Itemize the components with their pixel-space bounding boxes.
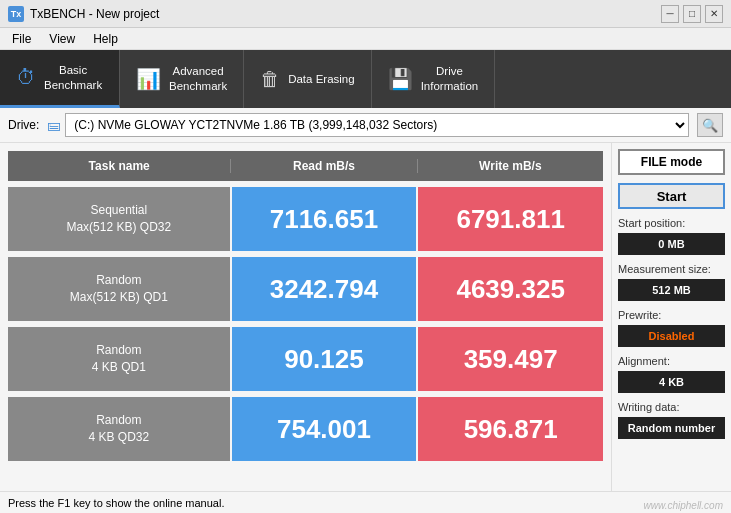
table-row: Random4 KB QD1 90.125 359.497 <box>8 327 603 391</box>
menu-view[interactable]: View <box>41 30 83 48</box>
right-panel: FILE mode Start Start position: 0 MB Mea… <box>611 143 731 491</box>
drive-select[interactable]: (C:) NVMe GLOWAY YCT2TNVMe 1.86 TB (3,99… <box>65 113 689 137</box>
prewrite-value: Disabled <box>618 325 725 347</box>
drive-select-wrapper: 🖴 (C:) NVMe GLOWAY YCT2TNVMe 1.86 TB (3,… <box>47 113 689 137</box>
maximize-button[interactable]: □ <box>683 5 701 23</box>
tab-basic-benchmark[interactable]: ⏱ BasicBenchmark <box>0 50 120 108</box>
row-name-2: Random4 KB QD1 <box>8 327 232 391</box>
col-header-write: Write mB/s <box>418 159 603 173</box>
tab-data-erasing-label: Data Erasing <box>288 72 354 87</box>
drive-area: Drive: 🖴 (C:) NVMe GLOWAY YCT2TNVMe 1.86… <box>0 108 731 143</box>
alignment-value: 4 KB <box>618 371 725 393</box>
data-erasing-icon: 🗑 <box>260 68 280 91</box>
row-read-2: 90.125 <box>232 327 419 391</box>
measurement-size-value: 512 MB <box>618 279 725 301</box>
row-read-0: 7116.651 <box>232 187 419 251</box>
main-content: Task name Read mB/s Write mB/s Sequentia… <box>0 143 731 491</box>
status-text: Press the F1 key to show the online manu… <box>8 497 224 509</box>
close-button[interactable]: ✕ <box>705 5 723 23</box>
row-name-1: RandomMax(512 KB) QD1 <box>8 257 232 321</box>
prewrite-label: Prewrite: <box>618 309 725 321</box>
title-bar: Tx TxBENCH - New project ─ □ ✕ <box>0 0 731 28</box>
tab-data-erasing[interactable]: 🗑 Data Erasing <box>244 50 371 108</box>
writing-data-label: Writing data: <box>618 401 725 413</box>
file-mode-button[interactable]: FILE mode <box>618 149 725 175</box>
tab-advanced-benchmark[interactable]: 📊 AdvancedBenchmark <box>120 50 244 108</box>
row-read-3: 754.001 <box>232 397 419 461</box>
menu-bar: File View Help <box>0 28 731 50</box>
col-header-name: Task name <box>8 159 231 173</box>
watermark: www.chiphell.com <box>644 500 723 511</box>
row-write-1: 4639.325 <box>418 257 603 321</box>
benchmark-table: Task name Read mB/s Write mB/s Sequentia… <box>0 143 611 491</box>
table-row: SequentialMax(512 KB) QD32 7116.651 6791… <box>8 187 603 251</box>
menu-file[interactable]: File <box>4 30 39 48</box>
tab-drive-information-label: DriveInformation <box>421 64 479 94</box>
row-write-2: 359.497 <box>418 327 603 391</box>
measurement-size-label: Measurement size: <box>618 263 725 275</box>
drive-information-icon: 💾 <box>388 67 413 91</box>
start-position-label: Start position: <box>618 217 725 229</box>
hdd-icon: 🖴 <box>47 117 61 133</box>
status-bar: Press the F1 key to show the online manu… <box>0 491 731 513</box>
tab-advanced-benchmark-label: AdvancedBenchmark <box>169 64 227 94</box>
row-write-3: 596.871 <box>418 397 603 461</box>
writing-data-value: Random number <box>618 417 725 439</box>
alignment-label: Alignment: <box>618 355 725 367</box>
table-row: RandomMax(512 KB) QD1 3242.794 4639.325 <box>8 257 603 321</box>
menu-help[interactable]: Help <box>85 30 126 48</box>
window-title: TxBENCH - New project <box>30 7 159 21</box>
tab-basic-benchmark-label: BasicBenchmark <box>44 63 102 93</box>
row-write-0: 6791.811 <box>418 187 603 251</box>
row-name-3: Random4 KB QD32 <box>8 397 232 461</box>
start-position-value: 0 MB <box>618 233 725 255</box>
tab-drive-information[interactable]: 💾 DriveInformation <box>372 50 496 108</box>
table-row: Random4 KB QD32 754.001 596.871 <box>8 397 603 461</box>
col-header-read: Read mB/s <box>231 159 417 173</box>
tab-bar: ⏱ BasicBenchmark 📊 AdvancedBenchmark 🗑 D… <box>0 50 731 108</box>
minimize-button[interactable]: ─ <box>661 5 679 23</box>
drive-label: Drive: <box>8 118 39 132</box>
start-button[interactable]: Start <box>618 183 725 209</box>
title-bar-controls: ─ □ ✕ <box>661 5 723 23</box>
advanced-benchmark-icon: 📊 <box>136 67 161 91</box>
title-bar-left: Tx TxBENCH - New project <box>8 6 159 22</box>
basic-benchmark-icon: ⏱ <box>16 66 36 89</box>
row-name-0: SequentialMax(512 KB) QD32 <box>8 187 232 251</box>
table-header: Task name Read mB/s Write mB/s <box>8 151 603 181</box>
row-read-1: 3242.794 <box>232 257 419 321</box>
app-icon: Tx <box>8 6 24 22</box>
refresh-button[interactable]: 🔍 <box>697 113 723 137</box>
